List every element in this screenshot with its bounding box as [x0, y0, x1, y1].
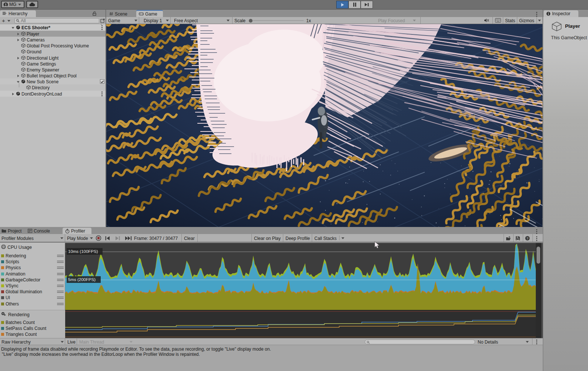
svg-text:10ms (100FPS): 10ms (100FPS)	[68, 249, 98, 254]
svg-text:?: ?	[527, 237, 529, 240]
svg-text:5ms (200FPS): 5ms (200FPS)	[68, 277, 96, 282]
svg-text:CPU: CPU	[2, 246, 6, 248]
